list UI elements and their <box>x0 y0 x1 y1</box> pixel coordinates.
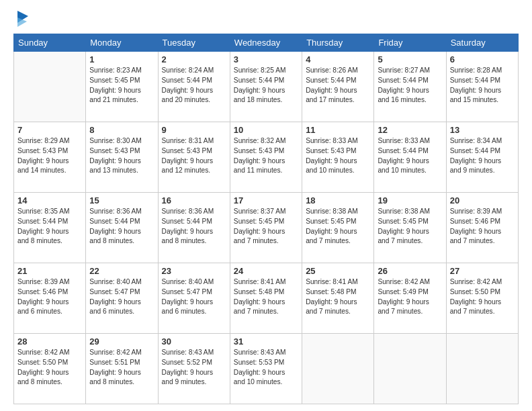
calendar-cell: 13Sunrise: 8:34 AM Sunset: 5:44 PM Dayli… <box>446 122 518 193</box>
calendar-cell: 21Sunrise: 8:39 AM Sunset: 5:46 PM Dayli… <box>14 263 86 334</box>
day-info: Sunrise: 8:41 AM Sunset: 5:48 PM Dayligh… <box>306 277 370 317</box>
day-info: Sunrise: 8:42 AM Sunset: 5:51 PM Dayligh… <box>89 348 154 387</box>
day-info: Sunrise: 8:38 AM Sunset: 5:45 PM Dayligh… <box>378 207 442 246</box>
day-number: 20 <box>450 195 515 205</box>
weekday-header: Friday <box>374 34 446 52</box>
calendar-cell: 7Sunrise: 8:29 AM Sunset: 5:43 PM Daylig… <box>14 122 86 193</box>
calendar-cell <box>14 52 86 122</box>
day-number: 11 <box>306 125 370 135</box>
day-info: Sunrise: 8:33 AM Sunset: 5:43 PM Dayligh… <box>306 136 370 176</box>
calendar-cell: 14Sunrise: 8:35 AM Sunset: 5:44 PM Dayli… <box>14 193 86 263</box>
day-info: Sunrise: 8:27 AM Sunset: 5:44 PM Dayligh… <box>378 66 442 105</box>
day-info: Sunrise: 8:41 AM Sunset: 5:48 PM Dayligh… <box>234 277 298 317</box>
day-info: Sunrise: 8:30 AM Sunset: 5:43 PM Dayligh… <box>89 136 154 176</box>
calendar-cell: 2Sunrise: 8:24 AM Sunset: 5:44 PM Daylig… <box>158 52 230 122</box>
calendar-cell: 29Sunrise: 8:42 AM Sunset: 5:51 PM Dayli… <box>86 334 158 404</box>
day-number: 21 <box>17 266 82 276</box>
day-info: Sunrise: 8:23 AM Sunset: 5:45 PM Dayligh… <box>89 66 154 105</box>
day-info: Sunrise: 8:35 AM Sunset: 5:44 PM Dayligh… <box>17 207 82 246</box>
calendar-cell: 31Sunrise: 8:43 AM Sunset: 5:53 PM Dayli… <box>230 334 302 404</box>
calendar-cell: 10Sunrise: 8:32 AM Sunset: 5:43 PM Dayli… <box>230 122 302 193</box>
day-number: 1 <box>89 54 154 64</box>
calendar-cell: 12Sunrise: 8:33 AM Sunset: 5:44 PM Dayli… <box>374 122 446 193</box>
day-info: Sunrise: 8:42 AM Sunset: 5:50 PM Dayligh… <box>450 277 515 317</box>
logo-icon <box>15 9 30 30</box>
day-info: Sunrise: 8:39 AM Sunset: 5:46 PM Dayligh… <box>17 277 82 317</box>
calendar-cell: 28Sunrise: 8:42 AM Sunset: 5:50 PM Dayli… <box>14 334 86 404</box>
day-number: 27 <box>450 266 515 276</box>
day-info: Sunrise: 8:32 AM Sunset: 5:43 PM Dayligh… <box>234 136 298 176</box>
calendar-cell: 11Sunrise: 8:33 AM Sunset: 5:43 PM Dayli… <box>302 122 374 193</box>
day-number: 13 <box>450 125 515 135</box>
calendar-cell: 26Sunrise: 8:42 AM Sunset: 5:49 PM Dayli… <box>374 263 446 334</box>
calendar-cell: 9Sunrise: 8:31 AM Sunset: 5:43 PM Daylig… <box>158 122 230 193</box>
calendar-week-row: 14Sunrise: 8:35 AM Sunset: 5:44 PM Dayli… <box>14 193 519 263</box>
calendar-cell <box>374 334 446 404</box>
day-info: Sunrise: 8:36 AM Sunset: 5:44 PM Dayligh… <box>162 207 226 246</box>
calendar-week-row: 7Sunrise: 8:29 AM Sunset: 5:43 PM Daylig… <box>14 122 519 193</box>
calendar-cell: 6Sunrise: 8:28 AM Sunset: 5:44 PM Daylig… <box>446 52 518 122</box>
day-info: Sunrise: 8:36 AM Sunset: 5:44 PM Dayligh… <box>89 207 154 246</box>
day-number: 18 <box>306 195 370 205</box>
calendar-cell: 8Sunrise: 8:30 AM Sunset: 5:43 PM Daylig… <box>86 122 158 193</box>
day-number: 12 <box>378 125 442 135</box>
page: SundayMondayTuesdayWednesdayThursdayFrid… <box>0 0 532 411</box>
calendar-cell: 15Sunrise: 8:36 AM Sunset: 5:44 PM Dayli… <box>86 193 158 263</box>
calendar-week-row: 21Sunrise: 8:39 AM Sunset: 5:46 PM Dayli… <box>14 263 519 334</box>
calendar-cell: 19Sunrise: 8:38 AM Sunset: 5:45 PM Dayli… <box>374 193 446 263</box>
day-info: Sunrise: 8:29 AM Sunset: 5:43 PM Dayligh… <box>17 136 82 176</box>
weekday-header: Tuesday <box>158 34 230 52</box>
day-info: Sunrise: 8:28 AM Sunset: 5:44 PM Dayligh… <box>450 66 515 105</box>
day-info: Sunrise: 8:37 AM Sunset: 5:45 PM Dayligh… <box>234 207 298 246</box>
day-info: Sunrise: 8:38 AM Sunset: 5:45 PM Dayligh… <box>306 207 370 246</box>
day-info: Sunrise: 8:42 AM Sunset: 5:49 PM Dayligh… <box>378 277 442 317</box>
day-number: 7 <box>17 125 82 135</box>
header <box>13 12 519 30</box>
weekday-header: Sunday <box>14 34 86 52</box>
day-number: 19 <box>378 195 442 205</box>
calendar-week-row: 28Sunrise: 8:42 AM Sunset: 5:50 PM Dayli… <box>14 334 519 404</box>
day-number: 25 <box>306 266 370 276</box>
day-number: 23 <box>162 266 226 276</box>
day-number: 24 <box>234 266 298 276</box>
day-number: 30 <box>162 336 226 347</box>
calendar-header-row: SundayMondayTuesdayWednesdayThursdayFrid… <box>14 34 519 52</box>
logo <box>13 12 30 30</box>
day-number: 8 <box>89 125 154 135</box>
day-number: 17 <box>234 195 298 205</box>
day-number: 10 <box>234 125 298 135</box>
day-info: Sunrise: 8:26 AM Sunset: 5:44 PM Dayligh… <box>306 66 370 105</box>
calendar-cell: 3Sunrise: 8:25 AM Sunset: 5:44 PM Daylig… <box>230 52 302 122</box>
weekday-header: Wednesday <box>230 34 302 52</box>
day-number: 28 <box>17 336 82 347</box>
calendar-cell: 23Sunrise: 8:40 AM Sunset: 5:47 PM Dayli… <box>158 263 230 334</box>
calendar-cell: 22Sunrise: 8:40 AM Sunset: 5:47 PM Dayli… <box>86 263 158 334</box>
day-number: 5 <box>378 54 442 64</box>
weekday-header: Saturday <box>446 34 518 52</box>
weekday-header: Monday <box>86 34 158 52</box>
day-number: 15 <box>89 195 154 205</box>
calendar-cell: 24Sunrise: 8:41 AM Sunset: 5:48 PM Dayli… <box>230 263 302 334</box>
calendar-cell: 5Sunrise: 8:27 AM Sunset: 5:44 PM Daylig… <box>374 52 446 122</box>
weekday-header: Thursday <box>302 34 374 52</box>
day-number: 3 <box>234 54 298 64</box>
day-number: 9 <box>162 125 226 135</box>
day-number: 2 <box>162 54 226 64</box>
calendar-cell: 18Sunrise: 8:38 AM Sunset: 5:45 PM Dayli… <box>302 193 374 263</box>
day-number: 29 <box>89 336 154 347</box>
calendar-cell: 30Sunrise: 8:43 AM Sunset: 5:52 PM Dayli… <box>158 334 230 404</box>
day-info: Sunrise: 8:33 AM Sunset: 5:44 PM Dayligh… <box>378 136 442 176</box>
day-info: Sunrise: 8:25 AM Sunset: 5:44 PM Dayligh… <box>234 66 298 105</box>
day-info: Sunrise: 8:34 AM Sunset: 5:44 PM Dayligh… <box>450 136 515 176</box>
day-info: Sunrise: 8:43 AM Sunset: 5:53 PM Dayligh… <box>234 348 298 387</box>
calendar-week-row: 1Sunrise: 8:23 AM Sunset: 5:45 PM Daylig… <box>14 52 519 122</box>
calendar-cell: 27Sunrise: 8:42 AM Sunset: 5:50 PM Dayli… <box>446 263 518 334</box>
day-number: 26 <box>378 266 442 276</box>
day-number: 4 <box>306 54 370 64</box>
calendar-cell: 1Sunrise: 8:23 AM Sunset: 5:45 PM Daylig… <box>86 52 158 122</box>
day-info: Sunrise: 8:40 AM Sunset: 5:47 PM Dayligh… <box>89 277 154 317</box>
day-info: Sunrise: 8:43 AM Sunset: 5:52 PM Dayligh… <box>162 348 226 387</box>
day-number: 6 <box>450 54 515 64</box>
day-info: Sunrise: 8:24 AM Sunset: 5:44 PM Dayligh… <box>162 66 226 105</box>
calendar-cell: 16Sunrise: 8:36 AM Sunset: 5:44 PM Dayli… <box>158 193 230 263</box>
